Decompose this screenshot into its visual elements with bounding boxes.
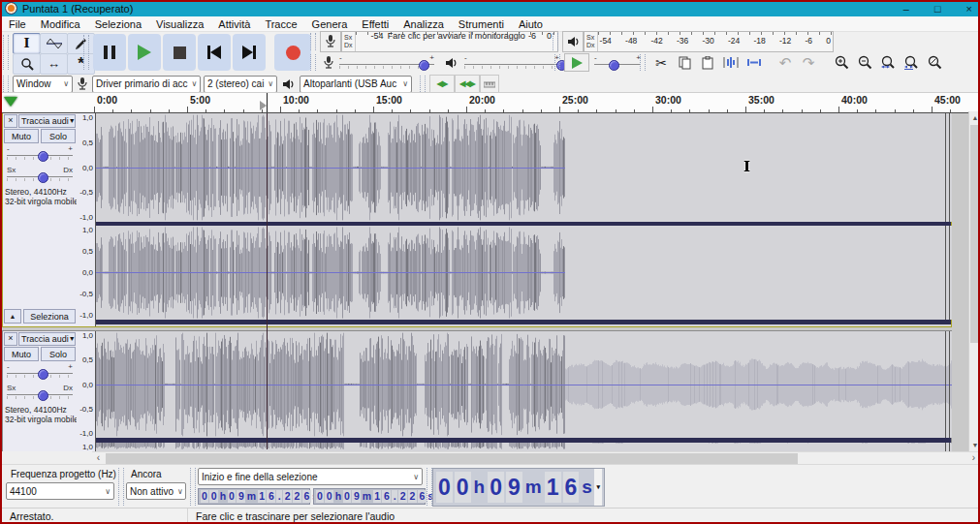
silence-audio-button[interactable]: [743, 53, 766, 73]
track-gain-slider[interactable]: - +: [5, 146, 75, 162]
menu-tracce[interactable]: Tracce: [265, 18, 297, 30]
time-digit[interactable]: 6: [302, 490, 311, 503]
time-digit[interactable]: 1: [545, 472, 561, 503]
toolbar-grip[interactable]: [3, 35, 9, 70]
title-bar[interactable]: Puntata 1 (Recuperato) – □ ×: [0, 0, 980, 16]
time-digit[interactable]: h: [472, 472, 488, 503]
minimize-button[interactable]: –: [903, 3, 909, 15]
copy-button[interactable]: [673, 53, 696, 73]
zoom-tool-button[interactable]: [13, 53, 41, 75]
playback-device-dropdown[interactable]: Altoparlanti (USB Auc∨: [300, 76, 412, 93]
time-digit[interactable]: 0: [316, 490, 325, 503]
toolbar-grip[interactable]: [554, 54, 560, 70]
record-meter-mic-button[interactable]: [320, 31, 341, 52]
scrub-button[interactable]: ◀▶: [429, 75, 455, 93]
menu-aiuto[interactable]: Aiuto: [519, 18, 543, 30]
time-digit[interactable]: 0: [201, 490, 209, 503]
vertical-scale-ruler[interactable]: 1,00,50,0-0,5-1,01,00,50,0-0,5-1,0: [77, 113, 96, 326]
envelope-tool-button[interactable]: [40, 33, 68, 54]
scroll-up-arrow[interactable]: ▲: [969, 111, 980, 124]
time-digit[interactable]: 0: [343, 490, 352, 503]
snap-to-dropdown[interactable]: Non attivo∨: [126, 482, 186, 500]
time-digit[interactable]: 0: [325, 490, 333, 503]
pause-button[interactable]: [93, 34, 126, 71]
trim-audio-button[interactable]: [719, 53, 743, 73]
time-digit[interactable]: 6: [418, 490, 427, 503]
track-close-button[interactable]: ×: [4, 332, 17, 346]
time-digit[interactable]: s: [580, 472, 594, 503]
menu-modifica[interactable]: Modifica: [41, 18, 80, 30]
recording-meter[interactable]: SxDx -54 Fare clic per avviare il monito…: [341, 31, 558, 52]
play-button[interactable]: [128, 34, 161, 71]
mute-button[interactable]: Muto: [4, 129, 39, 143]
track-name-button[interactable]: Traccia audi ▼: [18, 114, 76, 128]
menu-attivita[interactable]: Attività: [218, 18, 250, 30]
time-digit[interactable]: m: [523, 472, 544, 503]
timeshift-tool-button[interactable]: ↔: [40, 53, 68, 75]
toolbar-grip[interactable]: [310, 33, 316, 51]
menu-file[interactable]: File: [9, 18, 26, 30]
recording-device-dropdown[interactable]: Driver primario di acc∨: [92, 76, 201, 93]
time-digit[interactable]: 6: [563, 472, 580, 503]
time-digit[interactable]: h: [334, 490, 342, 503]
time-digit[interactable]: 0: [488, 472, 504, 503]
close-button[interactable]: ×: [966, 3, 972, 15]
toolbar-grip[interactable]: [83, 35, 89, 70]
stop-button[interactable]: [163, 34, 196, 71]
selection-end-field[interactable]: 00h09m16.226s▾: [313, 488, 426, 505]
scroll-down-arrow[interactable]: ▼: [969, 439, 980, 451]
toolbar-grip[interactable]: [640, 54, 646, 70]
track-area[interactable]: × Traccia audi ▼ Muto Solo - + Sx: [0, 111, 968, 451]
horizontal-scroll-thumb[interactable]: [106, 453, 798, 464]
zoom-out-button[interactable]: [853, 53, 876, 73]
time-format-dropdown-icon[interactable]: ▾: [594, 469, 602, 506]
selection-mode-dropdown[interactable]: Inizio e fine della selezione∨: [198, 468, 423, 485]
vertical-scrollbar[interactable]: ▲ ▼: [968, 111, 980, 451]
time-digit[interactable]: 6: [267, 490, 275, 503]
menu-analizza[interactable]: Analizza: [403, 18, 444, 30]
time-digit[interactable]: 2: [293, 490, 301, 503]
play-meter-speaker-button[interactable]: [562, 31, 584, 52]
track-pan-slider[interactable]: Sx Dx: [5, 385, 75, 401]
menu-effetti[interactable]: Effetti: [362, 18, 389, 30]
redo-button[interactable]: ↷: [797, 53, 820, 73]
playback-meter[interactable]: SxDx -54-48-42-36-30-24-18-12-60: [584, 31, 834, 52]
time-digit[interactable]: 9: [506, 472, 522, 503]
track-close-button[interactable]: ×: [4, 114, 17, 128]
time-digit[interactable]: 1: [373, 490, 382, 503]
mute-button[interactable]: Muto: [4, 347, 39, 361]
audio-position-display[interactable]: 00h09m16s▾: [432, 468, 605, 507]
selection-start-field[interactable]: 00h09m16.226s▾: [198, 488, 310, 505]
zoom-in-button[interactable]: [830, 53, 853, 73]
record-button[interactable]: [274, 34, 311, 71]
toolbar-grip[interactable]: [3, 76, 9, 91]
seek-button[interactable]: ◀◀▶: [455, 75, 480, 93]
time-digit[interactable]: 2: [283, 490, 292, 503]
time-digit[interactable]: 6: [382, 490, 391, 503]
toolbar-grip[interactable]: [420, 76, 426, 91]
recording-channels-dropdown[interactable]: 2 (stereo) cai∨: [204, 76, 277, 93]
solo-button[interactable]: Solo: [41, 129, 76, 143]
skip-to-start-button[interactable]: [198, 34, 231, 71]
track-gain-slider[interactable]: - +: [5, 364, 75, 380]
time-digit[interactable]: 0: [228, 490, 237, 503]
vertical-scale-ruler[interactable]: 1,00,50,0-0,5-1,01,0: [77, 331, 96, 452]
time-digit[interactable]: 1: [258, 490, 267, 503]
fit-selection-button[interactable]: [876, 53, 900, 73]
menu-seleziona[interactable]: Seleziona: [95, 18, 142, 30]
horizontal-scrollbar[interactable]: ‹ ›: [92, 451, 980, 465]
playback-volume-slider[interactable]: -+: [462, 55, 561, 71]
selection-tool-button[interactable]: I: [13, 33, 41, 54]
fit-project-button[interactable]: [900, 53, 923, 73]
play-speed-slider[interactable]: -+: [592, 55, 643, 71]
time-digit[interactable]: 2: [398, 490, 407, 503]
time-digit[interactable]: 0: [455, 472, 471, 503]
zoom-toggle-button[interactable]: [923, 53, 946, 73]
recording-volume-slider[interactable]: -+: [337, 55, 436, 71]
maximize-button[interactable]: □: [934, 3, 941, 15]
time-digit[interactable]: .: [276, 490, 282, 503]
track-pan-slider[interactable]: Sx Dx: [5, 168, 75, 183]
vertical-scroll-thumb[interactable]: [970, 125, 980, 343]
select-track-button[interactable]: Seleziona: [23, 309, 76, 324]
skip-to-end-button[interactable]: [233, 34, 266, 71]
